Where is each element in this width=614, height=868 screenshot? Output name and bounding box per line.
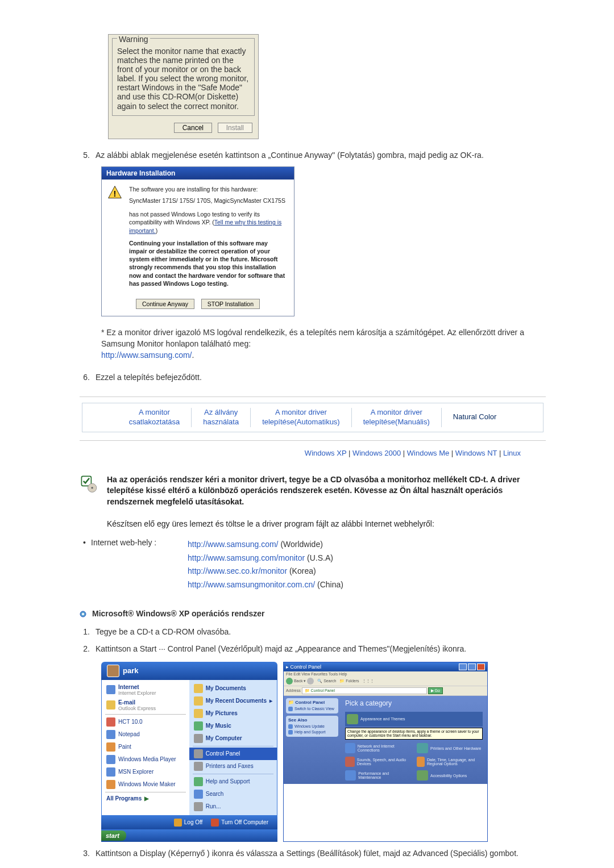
xp-step-2: 2. Kattintson a Start ··· Control Panel … (80, 643, 546, 654)
sm-notepad[interactable]: Notepad (102, 728, 189, 741)
cp-side-panel-2: See Also Windows Update Help and Support (286, 716, 338, 737)
turn-off-button[interactable]: Turn Off Computer (208, 817, 272, 828)
dl-link-worldwide[interactable]: http://www.samsung.com/ (188, 540, 279, 549)
music-icon (194, 721, 203, 731)
tab-stand-use[interactable]: Az állványhasználata (192, 408, 251, 427)
tab-driver-auto[interactable]: A monitor drivertelepítése(Automatikus) (251, 408, 352, 427)
printers-icon (417, 743, 428, 753)
see-also-help[interactable]: Help and Support (288, 729, 336, 735)
sm-msn[interactable]: MSN Explorer (102, 766, 189, 778)
cp-side-panel-1: 📁 Control Panel Switch to Classic View (286, 698, 338, 713)
sm-wmp[interactable]: Windows Media Player (102, 753, 189, 766)
dl-link-usa[interactable]: http://www.samsung.com/monitor (188, 553, 305, 562)
sm-wmm[interactable]: Windows Movie Maker (102, 778, 189, 791)
tab-driver-manual[interactable]: A monitor drivertelepítése(Manuális) (352, 408, 442, 427)
cat-tooltip: Change the appearance of desktop items, … (345, 728, 483, 740)
download-links-row: •Internet web-hely : http://www.samsung.… (80, 538, 546, 592)
samsung-link[interactable]: http://www.samsung.com/ (101, 350, 192, 360)
network-icon (345, 743, 355, 753)
step-6: 6. Ezzel a telepítés befejeződött. (80, 372, 546, 383)
msn-icon (106, 767, 115, 777)
sm-my-computer[interactable]: My Computer (189, 732, 277, 745)
svg-point-6 (82, 613, 84, 615)
cat-sounds[interactable]: Sounds, Speech, and Audio Devices (345, 757, 411, 767)
folder-icon (194, 684, 203, 693)
step-5: 5. Az alábbi ablak megjelenése esetén ka… (80, 149, 546, 161)
sm-help[interactable]: Help and Support (189, 775, 277, 788)
continue-anyway-button[interactable]: Continue Anyway (136, 299, 194, 309)
cat-appearance-themes[interactable]: Appearance and Themes (345, 712, 483, 727)
sm-run[interactable]: Run... (189, 800, 277, 813)
link-windows-me[interactable]: Windows Me (407, 449, 449, 457)
forward-button-icon[interactable] (307, 678, 314, 685)
cp-menu-bar[interactable]: File Edit View Favorites Tools Help (284, 671, 487, 677)
section-tabs: A monitorcsatlakoztatása Az állványhaszn… (82, 403, 544, 432)
switch-classic-view[interactable]: Switch to Classic View (288, 706, 336, 712)
dl-link-korea[interactable]: http://www.sec.co.kr/monitor (188, 566, 287, 575)
sm-email[interactable]: E-mailOutlook Express (102, 698, 189, 713)
sm-paint[interactable]: Paint (102, 741, 189, 753)
sm-search[interactable]: Search (189, 788, 277, 800)
note-check-icon (80, 474, 100, 495)
install-button[interactable]: Install (218, 123, 252, 133)
hwi-line1: The software you are installing for this… (129, 185, 286, 193)
sm-my-pictures[interactable]: My Pictures (189, 707, 277, 720)
folder-icon (194, 709, 203, 718)
date-icon (417, 757, 425, 767)
cancel-button[interactable]: Cancel (174, 123, 212, 133)
cp-window-title: ▸ Control Panel (286, 664, 321, 670)
stop-installation-button[interactable]: STOP Installation (201, 299, 260, 309)
see-also-windows-update[interactable]: Windows Update (288, 724, 336, 729)
sm-my-recent[interactable]: My Recent Documents ▸ (189, 695, 277, 707)
driver-note-row: Ha az operációs rendszer kéri a monitor … (80, 474, 546, 530)
access-icon (417, 770, 428, 781)
os-heading-windows-xp: Microsoft® Windows® XP operációs rendsze… (80, 609, 546, 618)
maximize-button[interactable] (468, 663, 476, 670)
computer-icon (194, 734, 203, 743)
cat-performance[interactable]: Performance and Maintenance (345, 770, 411, 781)
tab-monitor-connect[interactable]: A monitorcsatlakoztatása (112, 408, 192, 427)
monitor-warning-dialog: Warning Select the monitor name that exa… (108, 34, 259, 139)
sm-all-programs[interactable]: All Programs ▶ (102, 794, 189, 803)
start-menu-screenshot: park InternetInternet Explorer E-mailOut… (101, 662, 277, 842)
control-panel-screenshot: ▸ Control Panel File Edit View Favorites… (283, 662, 488, 842)
help-icon (194, 777, 203, 786)
svg-text:!: ! (114, 189, 117, 198)
log-off-icon (174, 819, 182, 827)
sm-control-panel[interactable]: Control Panel (189, 748, 277, 760)
close-button[interactable] (477, 663, 485, 670)
cp-side-heading-2: See Also (288, 717, 336, 723)
cat-date-time[interactable]: Date, Time, Language, and Regional Optio… (417, 757, 483, 767)
sm-my-documents[interactable]: My Documents (189, 682, 277, 695)
sm-hct[interactable]: HCT 10.0 (102, 716, 189, 728)
bullet-icon (80, 610, 86, 617)
cp-address-bar: Address 📁 Control Panel ▶ Go (284, 686, 487, 696)
window-buttons (459, 663, 485, 670)
dl-link-china[interactable]: http://www.samsungmonitor.com.cn/ (188, 580, 315, 589)
folder-icon (194, 696, 203, 706)
link-linux[interactable]: Linux (503, 449, 521, 457)
log-off-button[interactable]: Log Off (171, 817, 206, 828)
section-tabs-wrap: A monitorcsatlakoztatása Az állványhaszn… (80, 397, 546, 441)
go-button[interactable]: ▶ Go (428, 687, 443, 694)
hwi-logo-text: has not passed Windows Logo testing to v… (129, 210, 286, 235)
minimize-button[interactable] (459, 663, 467, 670)
sm-my-music[interactable]: My Music (189, 720, 277, 732)
step-5-number: 5. (80, 149, 96, 161)
back-button-icon[interactable] (286, 678, 293, 685)
svg-point-4 (91, 487, 93, 489)
address-field[interactable]: 📁 Control Panel (302, 687, 427, 694)
cat-accessibility[interactable]: Accessibility Options (417, 770, 483, 781)
cat-printers[interactable]: Printers and Other Hardware (417, 743, 483, 753)
tab-natural-color[interactable]: Natural Color (442, 412, 514, 422)
link-windows-nt[interactable]: Windows NT (455, 449, 497, 457)
cat-network[interactable]: Network and Internet Connections (345, 743, 411, 753)
start-button[interactable]: start (101, 831, 126, 841)
sm-internet[interactable]: InternetInternet Explorer (102, 682, 189, 698)
taskbar: start (101, 829, 277, 842)
link-windows-xp[interactable]: Windows XP (305, 449, 346, 457)
link-windows-2000[interactable]: Windows 2000 (352, 449, 401, 457)
sounds-icon (345, 757, 355, 767)
wmp-icon (106, 755, 115, 764)
sm-printers[interactable]: Printers and Faxes (189, 760, 277, 773)
